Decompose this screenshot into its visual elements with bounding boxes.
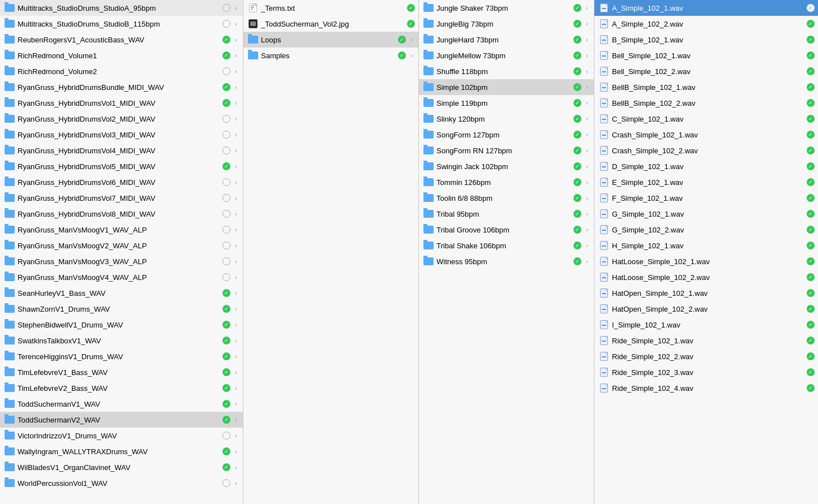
list-item[interactable]: RyanGruss_HybridDrumsVol1_MIDI_WAV ✓ › <box>0 95 243 111</box>
list-item[interactable]: Ride_Simple_102_4.wav ✓ <box>594 380 818 396</box>
list-item[interactable]: TerenceHigginsV1_Drums_WAV ✓ › <box>0 348 243 364</box>
item-name: G_Simple_102_1.wav <box>612 210 804 218</box>
list-item[interactable]: Ride_Simple_102_1.wav ✓ <box>594 333 818 348</box>
list-item[interactable]: SongForm RN 127bpm ✓ › <box>419 143 594 158</box>
list-item[interactable]: RyanGruss_HybridDrumsVol7_MIDI_WAV › <box>0 190 243 206</box>
file-wav-icon <box>599 351 609 361</box>
item-name: VictorIndrizzoV1_Drums_WAV <box>18 432 220 440</box>
list-item[interactable]: Tribal Shake 106bpm ✓ › <box>419 238 594 253</box>
list-item[interactable]: ShawnZornV1_Drums_WAV ✓ › <box>0 301 243 317</box>
list-item[interactable]: Tribal 95bpm ✓ › <box>419 206 594 222</box>
list-item[interactable]: _Terms.txt ✓ <box>243 0 418 16</box>
list-item[interactable]: HatLoose_Simple_102_1.wav ✓ <box>594 253 818 269</box>
list-item[interactable]: Bell_Simple_102_1.wav ✓ <box>594 48 818 63</box>
list-item[interactable]: Swingin Jack 102bpm ✓ › <box>419 158 594 174</box>
list-item[interactable]: RyanGruss_ManVsMoogV1_WAV_ALP › <box>0 222 243 238</box>
list-item[interactable]: Crash_Simple_102_1.wav ✓ <box>594 127 818 143</box>
list-item[interactable]: Multitracks_StudioDrums_StudioB_115bpm › <box>0 16 243 32</box>
list-item[interactable]: RyanGruss_ManVsMoogV4_WAV_ALP › <box>0 269 243 285</box>
list-item[interactable]: Tommin 126bpm ✓ › <box>419 174 594 190</box>
list-item[interactable]: JungleHard 73bpm ✓ › <box>419 32 594 48</box>
list-item[interactable]: SeanHurleyV1_Bass_WAV ✓ › <box>0 285 243 301</box>
list-item[interactable]: E_Simple_102_1.wav ✓ <box>594 174 818 190</box>
list-item[interactable]: BellB_Simple_102_2.wav ✓ <box>594 95 818 111</box>
list-item[interactable]: A_Simple_102_2.wav ✓ <box>594 16 818 32</box>
list-item[interactable]: Jungle Shaker 73bpm ✓ › <box>419 0 594 16</box>
list-item[interactable]: G_Simple_102_1.wav ✓ <box>594 206 818 222</box>
list-item[interactable]: StephenBidwellV1_Drums_WAV ✓ › <box>0 317 243 333</box>
list-item[interactable]: RyanGruss_HybridDrumsVol3_MIDI_WAV › <box>0 127 243 143</box>
list-item[interactable]: RyanGruss_HybridDrumsBundle_MIDI_WAV ✓ › <box>0 79 243 95</box>
list-item[interactable]: RyanGruss_ManVsMoogV2_WAV_ALP › <box>0 238 243 253</box>
chevron-right-icon: › <box>233 195 239 201</box>
list-item[interactable]: Samples ✓ › <box>243 48 418 63</box>
list-item[interactable]: _ToddSucherman_Vol2.jpg ✓ <box>243 16 418 32</box>
list-item[interactable]: WallyIngram_WALLYTRAXDrums_WAV ✓ › <box>0 443 243 459</box>
list-item[interactable]: HatOpen_Simple_102_1.wav ✓ <box>594 285 818 301</box>
list-item[interactable]: Simple 119bpm ✓ › <box>419 95 594 111</box>
item-name: JungleMellow 73bpm <box>436 51 571 60</box>
list-item[interactable]: ToddSuchermanV1_WAV ✓ › <box>0 396 243 412</box>
list-item[interactable]: BellB_Simple_102_1.wav ✓ <box>594 79 818 95</box>
chevron-right-icon: › <box>584 147 590 154</box>
list-item[interactable]: ToddSuchermanV2_WAV ✓ › <box>0 412 243 428</box>
list-item[interactable]: G_Simple_102_2.wav ✓ <box>594 222 818 238</box>
folder-icon <box>423 98 434 108</box>
list-item[interactable]: Shuffle 118bpm ✓ › <box>419 63 594 79</box>
status-badge: ✓ <box>807 162 815 170</box>
column-2[interactable]: _Terms.txt ✓ _ToddSucherman_Vol2.jpg ✓ L… <box>243 0 419 504</box>
list-item[interactable]: JungleBig 73bpm ✓ › <box>419 16 594 32</box>
list-item[interactable]: RyanGruss_HybridDrumsVol8_MIDI_WAV › <box>0 206 243 222</box>
list-item[interactable]: A_Simple_102_1.wav ✓ <box>594 0 818 16</box>
folder-icon <box>423 225 434 235</box>
chevron-right-icon: › <box>233 163 239 170</box>
list-item[interactable]: I_Simple_102_1.wav ✓ <box>594 317 818 333</box>
list-item[interactable]: Tribal Groove 106bpm ✓ › <box>419 222 594 238</box>
list-item[interactable]: SongForm 127bpm ✓ › <box>419 127 594 143</box>
column-4[interactable]: A_Simple_102_1.wav ✓ A_Simple_102_2.wav … <box>594 0 818 504</box>
list-item[interactable]: WorldPercussionVol1_WAV › <box>0 475 243 491</box>
column-3[interactable]: Jungle Shaker 73bpm ✓ › JungleBig 73bpm … <box>419 0 594 504</box>
list-item[interactable]: HatLoose_Simple_102_2.wav ✓ <box>594 269 818 285</box>
list-item[interactable]: Crash_Simple_102_2.wav ✓ <box>594 143 818 158</box>
list-item[interactable]: JungleMellow 73bpm ✓ › <box>419 48 594 63</box>
item-name: RyanGruss_HybridDrumsVol4_MIDI_WAV <box>18 147 220 155</box>
list-item[interactable]: TimLefebvreV2_Bass_WAV ✓ › <box>0 380 243 396</box>
folder-icon <box>5 335 15 346</box>
list-item[interactable]: C_Simple_102_1.wav ✓ <box>594 111 818 127</box>
list-item[interactable]: Ride_Simple_102_2.wav ✓ <box>594 348 818 364</box>
list-item[interactable]: F_Simple_102_1.wav ✓ <box>594 190 818 206</box>
list-item[interactable]: WilBladesV1_OrganClavinet_WAV ✓ › <box>0 459 243 475</box>
list-item[interactable]: RichRedmond_Volume1 ✓ › <box>0 48 243 63</box>
list-item[interactable]: SwatkinsTalkboxV1_WAV ✓ › <box>0 333 243 348</box>
list-item[interactable]: Bell_Simple_102_2.wav ✓ <box>594 63 818 79</box>
list-item[interactable]: RyanGruss_ManVsMoogV3_WAV_ALP › <box>0 253 243 269</box>
folder-icon <box>5 82 15 92</box>
list-item[interactable]: Multitracks_StudioDrums_StudioA_95bpm › <box>0 0 243 16</box>
list-item[interactable]: VictorIndrizzoV1_Drums_WAV › <box>0 428 243 443</box>
list-item[interactable]: RyanGruss_HybridDrumsVol4_MIDI_WAV › <box>0 143 243 158</box>
list-item[interactable]: TimLefebvreV1_Bass_WAV ✓ › <box>0 364 243 380</box>
list-item[interactable]: H_Simple_102_1.wav ✓ <box>594 238 818 253</box>
list-item[interactable]: RyanGruss_HybridDrumsVol6_MIDI_WAV › <box>0 174 243 190</box>
list-item[interactable]: RyanGruss_HybridDrumsVol2_MIDI_WAV › <box>0 111 243 127</box>
list-item[interactable]: Loops ✓ › <box>243 32 418 48</box>
list-item[interactable]: Toolin 6/8 88bpm ✓ › <box>419 190 594 206</box>
folder-icon <box>423 240 434 251</box>
list-item[interactable]: D_Simple_102_1.wav ✓ <box>594 158 818 174</box>
chevron-right-icon: › <box>233 448 239 455</box>
status-badge: ✓ <box>222 36 230 44</box>
status-badge: ✓ <box>573 99 581 107</box>
list-item[interactable]: Witness 95bpm ✓ › <box>419 253 594 269</box>
status-badge <box>222 20 230 28</box>
list-item[interactable]: ReubenRogersV1_AcousticBass_WAV ✓ › <box>0 32 243 48</box>
item-name: Tribal 95bpm <box>436 210 571 218</box>
list-item[interactable]: HatOpen_Simple_102_2.wav ✓ <box>594 301 818 317</box>
list-item[interactable]: Simple 102bpm ✓ › <box>419 79 594 95</box>
list-item[interactable]: RyanGruss_HybridDrumsVol5_MIDI_WAV ✓ › <box>0 158 243 174</box>
column-1[interactable]: Multitracks_StudioDrums_StudioA_95bpm › … <box>0 0 243 504</box>
list-item[interactable]: Slinky 120bpm ✓ › <box>419 111 594 127</box>
list-item[interactable]: Ride_Simple_102_3.wav ✓ <box>594 364 818 380</box>
list-item[interactable]: RichRedmond_Volume2 › <box>0 63 243 79</box>
list-item[interactable]: B_Simple_102_1.wav ✓ <box>594 32 818 48</box>
